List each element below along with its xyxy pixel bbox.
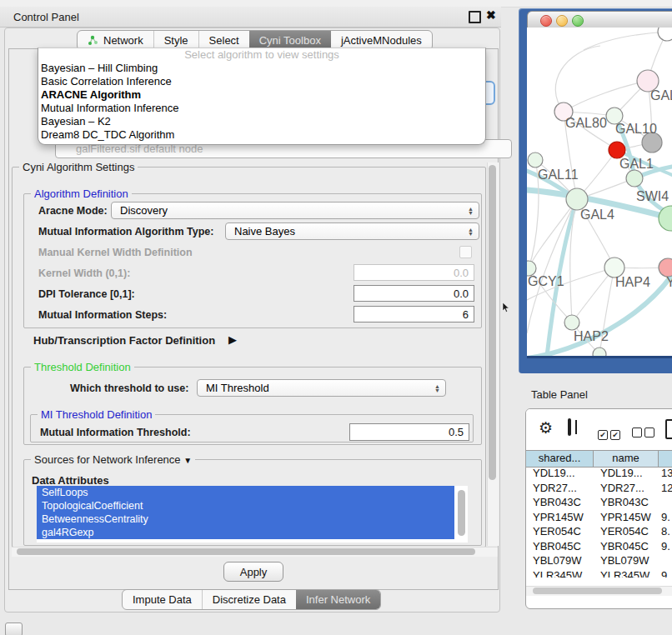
tab-infer-network[interactable]: Infer Network (296, 590, 380, 609)
apply-button[interactable]: Apply (223, 562, 283, 582)
split-columns-icon[interactable] (568, 418, 571, 436)
table-row[interactable]: YBR045CYBR045C9. (526, 539, 672, 554)
node-label: GAL80 (565, 116, 607, 130)
attribute-item-selected[interactable]: gal4RGexp (37, 526, 454, 539)
list-scrollbar-thumb[interactable] (458, 490, 465, 536)
which-threshold-combo[interactable]: MI Threshold ▲▼ (197, 379, 446, 397)
mi-type-combo[interactable]: Naive Bayes ▲▼ (225, 222, 479, 240)
settings-vscrollbar-thumb[interactable] (489, 165, 496, 480)
node-label: GAL (650, 88, 672, 102)
table-row[interactable]: YPR145WYPR145W9. (526, 510, 672, 525)
node-label: GAL11 (538, 168, 579, 182)
expand-arrow-icon[interactable]: ▶ (228, 333, 237, 346)
node-label: HAP4 (615, 275, 650, 289)
table-panel: ⚙ ✔✔ shared... name YDL19...YDL19...13 Y… (525, 408, 672, 609)
select-all-checks-icon[interactable]: ✔✔ (598, 426, 620, 441)
table-row[interactable]: YLR345WYLR345W9. (526, 568, 672, 578)
float-panel-icon[interactable] (469, 11, 481, 23)
restore-panel-icon[interactable] (5, 622, 23, 635)
column-header-name[interactable]: name (594, 451, 659, 467)
mi-steps-label: Mutual Information Steps: (38, 309, 167, 321)
dropdown-item[interactable]: Bayesian – K2 (38, 115, 485, 128)
mi-threshold-title: MI Threshold Definition (38, 408, 155, 421)
table-row[interactable]: YBR043CYBR043C (526, 495, 672, 510)
data-attributes-label: Data Attributes (32, 474, 109, 487)
table-row[interactable]: YDR27...YDR27...12 (526, 481, 672, 496)
threshold-definition-title: Threshold Definition (31, 361, 134, 373)
node-label: GCY1 (528, 274, 564, 288)
node-label: GAL1 (619, 157, 654, 171)
table-row[interactable]: YDL19...YDL19...13 (526, 466, 672, 481)
network-canvas-shadow (527, 356, 672, 358)
aracne-mode-label: Aracne Mode: (38, 205, 108, 217)
attribute-item-selected[interactable]: SelfLoops (37, 486, 454, 499)
table-row[interactable]: YER054CYER054C8. (526, 524, 672, 539)
tab-discretize-data[interactable]: Discretize Data (202, 590, 296, 609)
node-label: GAL4 (580, 208, 614, 222)
node-gal11[interactable] (528, 152, 543, 168)
dropdown-placeholder: Select algorithm to view settings (38, 48, 485, 62)
bottom-tabbar: Impute Data Discretize Data Infer Networ… (122, 589, 381, 610)
dropdown-item-selected[interactable]: ARACNE Algorithm (38, 88, 485, 102)
attribute-list: SelfLoops TopologicalCoefficient Between… (37, 486, 468, 542)
dropdown-item[interactable]: Basic Correlation Inference (38, 75, 485, 88)
node[interactable] (593, 348, 606, 356)
node-y-partial[interactable] (659, 258, 672, 277)
aracne-mode-combo[interactable]: Discovery ▲▼ (111, 202, 479, 219)
table-body: YDL19...YDL19...13 YDR27...YDR27...12 YB… (526, 466, 672, 578)
close-window-icon[interactable] (540, 15, 552, 27)
combo-spinner-icon: ▲▼ (463, 228, 474, 236)
node-label: HAP2 (574, 329, 609, 343)
network-window-titlebar (527, 11, 672, 29)
dropdown-item[interactable]: Bayesian – Hill Climbing (38, 62, 485, 75)
tab-impute-data[interactable]: Impute Data (123, 590, 202, 609)
algorithm-dropdown-popup: Select algorithm to view settings Bayesi… (38, 48, 486, 145)
manual-kernel-checkbox[interactable] (459, 246, 472, 258)
mouse-cursor (502, 302, 510, 313)
node-label: Y (666, 275, 672, 289)
network-graph: GAL GAL80 GAL10 GAL1 GAL11 SWI4 GAL4 GCY… (527, 28, 672, 356)
tab-network-label: Network (103, 34, 143, 47)
table-header-row: shared... name (526, 450, 672, 468)
close-panel-icon[interactable]: ✖ (486, 8, 496, 22)
manual-kernel-label: Manual Kernel Width Definition (38, 247, 193, 258)
algorithm-definition-title: Algorithm Definition (31, 188, 132, 200)
minimize-window-icon[interactable] (556, 15, 568, 27)
node[interactable] (658, 28, 672, 41)
table-row[interactable]: YBL079WYBL079W (526, 553, 672, 568)
table-hscrollbar-thumb[interactable] (533, 588, 662, 594)
attribute-item-selected[interactable]: BetweennessCentrality (37, 512, 454, 526)
zoom-window-icon[interactable] (572, 15, 584, 27)
export-table-icon[interactable] (665, 419, 672, 439)
combo-spinner-icon: ▲▼ (463, 207, 474, 215)
mi-threshold-field[interactable]: 0.5 (349, 423, 469, 441)
node-label: SWI4 (636, 189, 669, 203)
dpi-tolerance-field[interactable]: 0.0 (354, 285, 474, 302)
dropdown-item[interactable]: Dream8 DC_TDC Algorithm (38, 128, 485, 142)
dropdown-item[interactable]: Mutual Information Inference (38, 102, 485, 115)
sources-title: Sources for Network Inference ▼ (31, 453, 195, 466)
node-label: GAL10 (615, 122, 657, 136)
clear-all-checks-icon[interactable] (632, 426, 654, 441)
mi-threshold-label: Mutual Information Threshold: (40, 427, 191, 438)
control-panel-title: Control Panel (13, 11, 79, 23)
table-panel-title: Table Panel (531, 388, 588, 401)
mi-type-label: Mutual Information Algorithm Type: (38, 226, 213, 238)
which-threshold-label: Which threshold to use: (70, 382, 188, 394)
settings-hscrollbar-thumb[interactable] (17, 548, 475, 555)
node-swi4[interactable] (626, 170, 643, 187)
network-canvas[interactable]: GAL GAL80 GAL10 GAL1 GAL11 SWI4 GAL4 GCY… (527, 28, 672, 356)
attribute-item-selected[interactable]: TopologicalCoefficient (37, 499, 454, 512)
kernel-width-label: Kernel Width (0,1): (38, 268, 130, 279)
column-header-partial[interactable] (659, 451, 672, 467)
mi-steps-field[interactable]: 6 (354, 306, 474, 322)
node-gal1-selected[interactable] (609, 142, 625, 158)
collapse-arrow-icon[interactable]: ▼ (183, 456, 192, 465)
column-header-shared-name[interactable]: shared... (526, 451, 594, 467)
gear-icon[interactable]: ⚙ (539, 418, 553, 438)
node-hap2[interactable] (564, 315, 579, 330)
table-toolbar: ⚙ ✔✔ (526, 409, 672, 450)
combo-spinner-icon: ▲▼ (429, 384, 440, 392)
hub-definition-label: Hub/Transcription Factor Definition (33, 334, 215, 347)
network-icon (88, 35, 98, 46)
